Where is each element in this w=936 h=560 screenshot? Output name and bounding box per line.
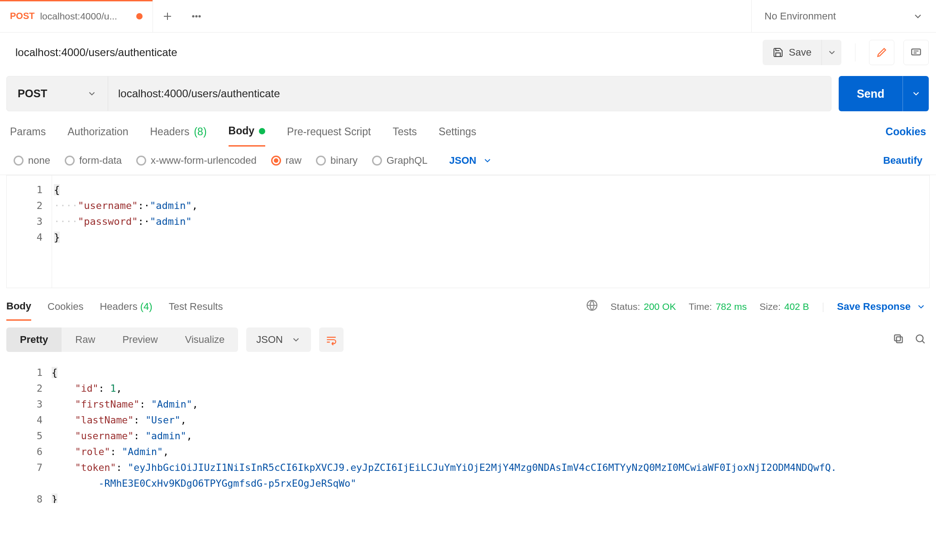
response-view-modes: Pretty Raw Preview Visualize JSON bbox=[0, 321, 936, 358]
radio-xwww[interactable]: x-www-form-urlencoded bbox=[136, 155, 257, 166]
gutter: 1234 bbox=[7, 176, 52, 288]
chevron-down-icon bbox=[827, 47, 837, 57]
request-body-editor[interactable]: 1234 { ····"username":·"admin", ····"pas… bbox=[6, 175, 930, 288]
resp-tab-cookies[interactable]: Cookies bbox=[48, 301, 83, 320]
request-section-tabs: Params Authorization Headers (8) Body Pr… bbox=[0, 115, 936, 147]
time-meta: Time:782 ms bbox=[688, 301, 747, 312]
save-group: Save bbox=[763, 40, 841, 65]
radio-graphql[interactable]: GraphQL bbox=[372, 155, 428, 166]
save-options-button[interactable] bbox=[821, 40, 841, 65]
chevron-down-icon bbox=[916, 302, 926, 312]
resp-tab-body[interactable]: Body bbox=[6, 300, 31, 321]
comment-icon bbox=[910, 47, 922, 58]
svg-point-0 bbox=[192, 15, 194, 17]
radio-binary[interactable]: binary bbox=[316, 155, 358, 166]
response-section-tabs: Body Cookies Headers (4) Test Results St… bbox=[0, 288, 936, 321]
globe-icon bbox=[586, 299, 598, 311]
response-body-code[interactable]: { "id": 1, "firstName": "Admin", "lastNa… bbox=[52, 358, 930, 503]
tab-authorization[interactable]: Authorization bbox=[67, 126, 128, 146]
url-input[interactable] bbox=[108, 76, 831, 111]
more-horizontal-icon bbox=[191, 11, 202, 22]
request-tabs-bar: POST localhost:4000/u... No Environment bbox=[0, 0, 936, 33]
view-preview[interactable]: Preview bbox=[109, 327, 171, 352]
view-raw[interactable]: Raw bbox=[62, 327, 109, 352]
tab-tests[interactable]: Tests bbox=[392, 126, 417, 146]
request-body-code[interactable]: { ····"username":·"admin", ····"password… bbox=[52, 176, 929, 288]
chevron-down-icon bbox=[482, 156, 492, 166]
tab-settings[interactable]: Settings bbox=[439, 126, 476, 146]
view-pretty[interactable]: Pretty bbox=[6, 327, 62, 352]
resp-tab-test-results[interactable]: Test Results bbox=[169, 301, 223, 320]
radio-none[interactable]: none bbox=[14, 155, 50, 166]
tab-headers[interactable]: Headers (8) bbox=[150, 126, 207, 146]
chevron-down-icon bbox=[911, 89, 921, 99]
edit-button[interactable] bbox=[869, 40, 894, 65]
copy-icon bbox=[893, 333, 904, 345]
radio-raw[interactable]: raw bbox=[271, 155, 301, 166]
tab-request[interactable]: POST localhost:4000/u... bbox=[0, 0, 153, 32]
environment-label: No Environment bbox=[764, 10, 836, 22]
tab-params[interactable]: Params bbox=[10, 126, 46, 146]
cookies-link[interactable]: Cookies bbox=[886, 126, 926, 146]
line-wrap-toggle[interactable] bbox=[319, 327, 344, 352]
save-button[interactable]: Save bbox=[763, 40, 821, 65]
request-title-bar: localhost:4000/users/authenticate Save bbox=[0, 33, 936, 72]
http-method-value: POST bbox=[18, 87, 47, 100]
tab-body[interactable]: Body bbox=[229, 125, 266, 147]
chevron-down-icon bbox=[87, 89, 97, 99]
gutter: 1234567 8 bbox=[6, 358, 52, 503]
save-label: Save bbox=[789, 47, 812, 58]
body-mode-row: none form-data x-www-form-urlencoded raw… bbox=[0, 147, 936, 175]
send-button[interactable]: Send bbox=[839, 76, 903, 111]
size-meta: Size:402 B bbox=[759, 301, 809, 312]
tab-method: POST bbox=[10, 11, 34, 21]
svg-point-7 bbox=[916, 335, 923, 342]
chevron-down-icon bbox=[912, 11, 923, 22]
response-body-viewer[interactable]: 1234567 8 { "id": 1, "firstName": "Admin… bbox=[6, 358, 930, 503]
pencil-icon bbox=[876, 47, 888, 58]
view-visualize[interactable]: Visualize bbox=[172, 327, 239, 352]
resp-headers-count: (4) bbox=[140, 301, 153, 312]
tab-title: localhost:4000/u... bbox=[40, 11, 131, 22]
svg-rect-5 bbox=[897, 337, 903, 343]
send-options-button[interactable] bbox=[903, 76, 929, 111]
radio-form-data[interactable]: form-data bbox=[65, 155, 122, 166]
status-meta: Status:200 OK bbox=[611, 301, 676, 312]
save-response-button[interactable]: Save Response bbox=[837, 301, 926, 313]
svg-point-2 bbox=[199, 15, 200, 17]
unsaved-dot-icon bbox=[136, 13, 143, 19]
environment-selector[interactable]: No Environment bbox=[751, 0, 936, 32]
svg-point-1 bbox=[196, 15, 197, 17]
wrap-icon bbox=[325, 334, 337, 346]
svg-rect-6 bbox=[894, 335, 900, 341]
save-icon bbox=[773, 47, 783, 58]
copy-response-button[interactable] bbox=[893, 333, 904, 346]
url-row: POST Send bbox=[0, 72, 936, 115]
response-format-dropdown[interactable]: JSON bbox=[246, 327, 311, 352]
tab-prerequest[interactable]: Pre-request Script bbox=[287, 126, 371, 146]
network-info-button[interactable] bbox=[586, 299, 598, 314]
chevron-down-icon bbox=[291, 335, 301, 345]
headers-count: (8) bbox=[194, 126, 206, 138]
send-group: Send bbox=[839, 76, 929, 111]
request-name: localhost:4000/users/authenticate bbox=[15, 46, 754, 59]
search-response-button[interactable] bbox=[914, 333, 926, 346]
has-body-dot-icon bbox=[259, 128, 265, 134]
search-icon bbox=[914, 333, 926, 345]
new-tab-button[interactable] bbox=[153, 0, 182, 32]
comments-button[interactable] bbox=[903, 40, 929, 65]
raw-language-dropdown[interactable]: JSON bbox=[449, 155, 493, 166]
svg-rect-3 bbox=[912, 49, 921, 55]
resp-tab-headers[interactable]: Headers (4) bbox=[100, 301, 152, 320]
http-method-dropdown[interactable]: POST bbox=[7, 76, 108, 111]
beautify-button[interactable]: Beautify bbox=[883, 155, 922, 166]
plus-icon bbox=[162, 11, 173, 22]
tab-overflow-button[interactable] bbox=[182, 0, 211, 32]
